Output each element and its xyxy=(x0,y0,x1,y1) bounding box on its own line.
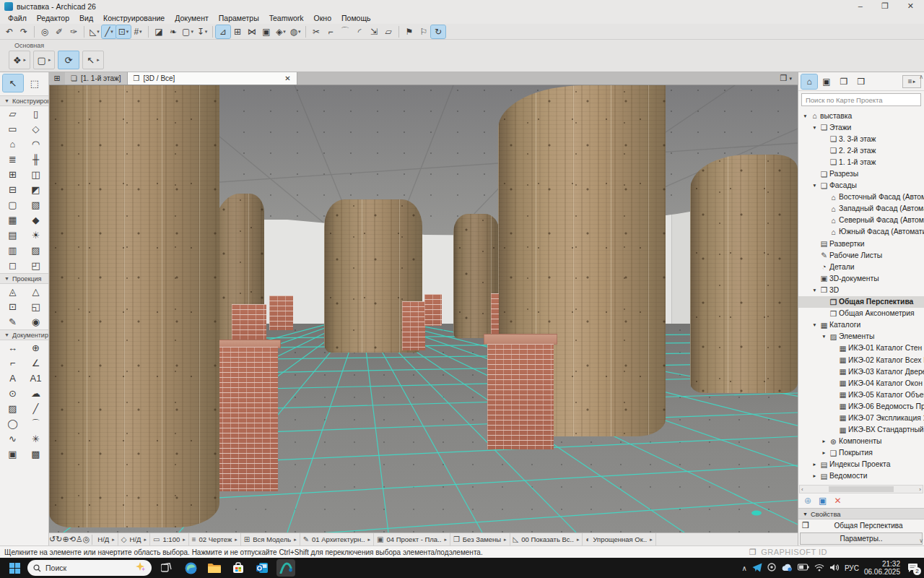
tree-item[interactable]: ▦ ИКЭ-03 Каталог Дверей xyxy=(798,366,924,377)
layer-segment[interactable]: ≡ 02 Чертеж ▸ xyxy=(189,533,241,546)
tree-item[interactable]: ⌂ Северный Фасад (Автоматически xyxy=(798,215,924,226)
elevation-tool[interactable]: △ xyxy=(25,284,48,299)
guide-lines-button[interactable]: ◺▾ xyxy=(87,25,102,38)
stair-tool[interactable]: ≣ xyxy=(1,152,25,167)
tree-item[interactable]: ▦ ИКЭ-01 Каталог Стен xyxy=(798,342,924,354)
arc-tool[interactable]: ⌒ xyxy=(25,416,48,431)
fillet-button[interactable]: ◜ xyxy=(352,25,367,38)
scroll-up-icon[interactable]: ∧ xyxy=(919,74,923,80)
edge-browser-icon[interactable] xyxy=(181,559,200,577)
telegram-tray-icon[interactable] xyxy=(752,563,762,574)
toolbox-section-header[interactable]: ▼Проекция xyxy=(0,273,48,284)
text-tool[interactable]: A xyxy=(1,371,25,386)
graphisoft-id[interactable]: ❐ GRAPHISOFT ID xyxy=(749,548,827,557)
tree-item[interactable]: ▦ ИКЭ-05 Каталог Объектов xyxy=(798,389,924,400)
tree-expand-icon[interactable]: ▾ xyxy=(811,287,819,293)
brick-pillar-distant-left[interactable] xyxy=(269,296,293,330)
undo-button[interactable]: ↶ xyxy=(2,25,17,38)
taskbar-search-input[interactable]: Поиск xyxy=(27,560,152,576)
railing-tool[interactable]: ╫ xyxy=(25,152,48,167)
worksheet-tool[interactable]: ✎ xyxy=(1,314,25,329)
marquee-view-button[interactable]: ▣ xyxy=(259,25,274,38)
marquee-tool[interactable]: ⬚ xyxy=(25,74,45,92)
dimension-tool[interactable]: ↔ xyxy=(1,340,25,355)
tree-item[interactable]: ▸ ▤ Индексы Проекта xyxy=(798,459,924,470)
orbit-icon[interactable]: ⟲ xyxy=(69,535,76,543)
curtain-wall-tool[interactable]: ⊞ xyxy=(1,167,25,182)
pop-up-navigator-button[interactable]: ❒▾ xyxy=(775,72,798,85)
delete-viewpoint-button[interactable]: ✕ xyxy=(834,496,841,506)
snap-points-button[interactable]: ⊡▾ xyxy=(116,25,131,38)
find-select-button[interactable]: ◎ xyxy=(38,25,52,38)
properties-section-header[interactable]: ▼ Свойства xyxy=(798,508,924,519)
menu-item[interactable]: Параметры xyxy=(214,13,264,23)
lamp-tool[interactable]: ☀ xyxy=(25,228,48,243)
scroll-left-icon[interactable]: ‹ xyxy=(801,486,803,493)
leader-dimension-tool[interactable]: ⌐ xyxy=(1,355,25,371)
settings-button[interactable]: Параметры.. xyxy=(800,532,923,545)
publisher-button[interactable]: ❒ xyxy=(853,74,869,89)
restore-button[interactable]: ❐ xyxy=(881,1,889,11)
skylight-tool[interactable]: ◩ xyxy=(25,182,48,197)
tree-item[interactable]: ▤ Развертки xyxy=(798,238,924,249)
tree-item[interactable]: ▾ ⌂ выставка xyxy=(798,110,924,121)
tree-horizontal-scrollbar[interactable]: ‹ › xyxy=(799,485,923,493)
zoom-in-icon[interactable]: ⊕ xyxy=(62,535,69,543)
tab-3d-all[interactable]: ❒ [3D / Все] ✕ xyxy=(128,72,297,85)
tree-expand-icon[interactable]: ▸ xyxy=(820,438,828,444)
redo-button[interactable]: ↷ xyxy=(17,25,31,38)
taskbar-clock[interactable]: 21:32 06.06.2025 xyxy=(864,560,900,576)
menu-item[interactable]: Конструирование xyxy=(98,13,170,23)
window-tool[interactable]: ⊟ xyxy=(1,182,25,197)
tree-item[interactable]: ◔ Детали xyxy=(798,261,924,272)
camera-tool[interactable]: ◉ xyxy=(25,314,48,329)
layout-book-button[interactable]: ❐ xyxy=(836,74,852,89)
circle-tool[interactable]: ◯ xyxy=(1,416,25,431)
brick-pillar-center-b[interactable] xyxy=(424,294,442,326)
tree-item[interactable]: ▾ ❏ Этажи xyxy=(798,121,924,133)
intersect-button[interactable]: ⌒ xyxy=(338,25,352,38)
model-view-segment[interactable]: ▣ 04 Проект - Пла.. ▸ xyxy=(374,533,450,546)
spline-tool[interactable]: ∿ xyxy=(1,431,25,447)
scale-segment[interactable]: ▭ 1:100 ▸ xyxy=(150,533,189,546)
detail-tool[interactable]: ◱ xyxy=(25,299,48,314)
battery-tray-icon[interactable] xyxy=(798,564,809,572)
pickup-parameters-button[interactable]: ✐ xyxy=(52,25,66,38)
shell-tool[interactable]: ◠ xyxy=(25,137,48,152)
tree-item[interactable]: ❒ Общая Перспектива xyxy=(798,296,924,308)
angle-dimension-tool[interactable]: ∠ xyxy=(25,355,48,371)
tree-expand-icon[interactable]: ▾ xyxy=(811,124,819,131)
viewpoint-settings-button[interactable]: ▣ xyxy=(819,496,827,506)
position-segment[interactable]: Н/Д ▸ xyxy=(95,533,118,546)
brick-pillar-left-body[interactable] xyxy=(214,347,278,491)
notification-center-button[interactable]: 2 xyxy=(905,561,920,575)
tree-vertical-scrollbar[interactable]: ∧ ∨ xyxy=(916,72,924,545)
section-tool[interactable]: ◬ xyxy=(1,284,25,299)
flag-button[interactable]: ⚑ xyxy=(402,25,417,38)
tree-item[interactable]: ▸ ❑ Покрытия xyxy=(798,447,924,459)
line-tool[interactable]: ╱ xyxy=(25,401,48,416)
label-tool[interactable]: A1 xyxy=(25,371,48,386)
toolbox-section-header[interactable]: ▼Конструирова xyxy=(0,95,48,106)
tree-expand-icon[interactable]: ▾ xyxy=(801,113,809,119)
tree-expand-icon[interactable]: ▾ xyxy=(811,322,819,328)
menu-item[interactable]: Документ xyxy=(170,13,214,23)
3d-style-segment[interactable]: ◐ Упрощенная Ок.. ▸ xyxy=(583,533,655,546)
gravity-button[interactable]: ↧▾ xyxy=(195,25,209,38)
coordinates-button[interactable]: ⊞ xyxy=(230,25,245,38)
zone-tool[interactable]: ▧ xyxy=(25,197,48,212)
menu-item[interactable]: Окно xyxy=(309,13,336,23)
hotspot-pin-tool[interactable]: ⊙ xyxy=(1,386,25,401)
tree-expand-icon[interactable]: ▸ xyxy=(811,461,819,467)
task-view-button[interactable] xyxy=(157,559,176,577)
file-explorer-icon[interactable] xyxy=(205,559,224,577)
grid-snap-button[interactable]: #▾ xyxy=(131,25,145,38)
fill-tool[interactable]: ▨ xyxy=(1,401,25,416)
zoom-undo-icon[interactable]: ↺ xyxy=(49,535,56,543)
tray-chevron-icon[interactable]: ∧ xyxy=(742,564,747,572)
tree-item[interactable]: ❏ Разрезы xyxy=(798,168,924,179)
structure-display-segment[interactable]: ⊞ Вся Модель ▸ xyxy=(241,533,300,546)
equipment-tool[interactable]: ▥ xyxy=(1,243,25,258)
marquee-palette-button[interactable]: ▢▸ xyxy=(33,51,55,69)
tree-item[interactable]: ▾ ▨ Элементы xyxy=(798,331,924,342)
